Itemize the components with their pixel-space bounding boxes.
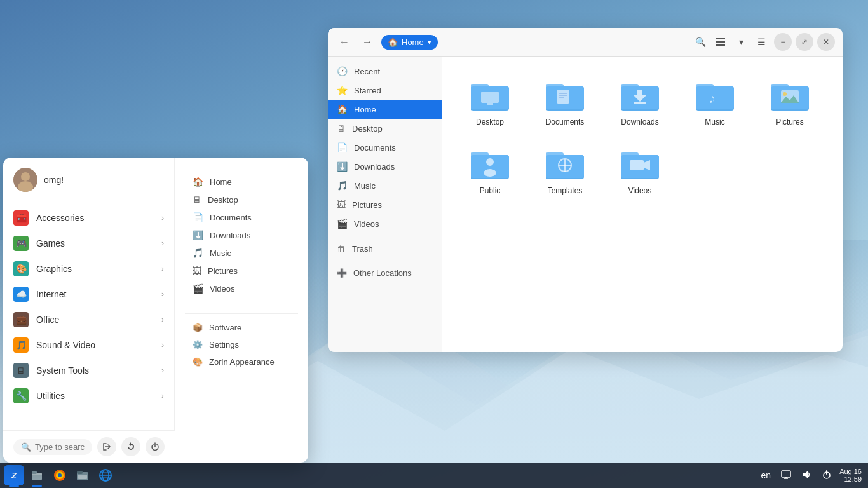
refresh-button[interactable] [121, 437, 140, 456]
place-documents-icon: 📄 [193, 212, 203, 222]
zorin-appearance-icon: 🎨 [193, 357, 203, 367]
system-software[interactable]: 📦 Software [193, 319, 290, 336]
category-graphics[interactable]: 🎨 Graphics › [3, 256, 174, 281]
category-office[interactable]: 💼 Office › [3, 307, 174, 332]
sidebar-item-music[interactable]: 🎵 Music [328, 176, 442, 195]
sidebar-item-pictures[interactable]: 🖼 Pictures [328, 195, 442, 214]
sidebar-label-videos: Videos [354, 219, 379, 229]
place-documents[interactable]: 📄 Documents [185, 208, 298, 226]
location-dropdown-icon: ▾ [428, 38, 431, 46]
games-label: Games [36, 238, 65, 248]
power-button[interactable] [146, 437, 165, 456]
folder-music[interactable]: ♪ Music [680, 69, 750, 133]
folder-desktop[interactable]: Desktop [455, 69, 525, 133]
place-downloads[interactable]: ⬇️ Downloads [185, 226, 298, 244]
lang-indicator[interactable]: en [759, 470, 774, 480]
place-downloads-icon: ⬇️ [193, 230, 203, 240]
logout-button[interactable] [97, 437, 116, 456]
accessories-icon: 🧰 [13, 210, 29, 226]
svg-rect-47 [630, 160, 644, 170]
sidebar-item-home[interactable]: 🏠 Home [328, 100, 442, 119]
place-desktop[interactable]: 🖥 Desktop [185, 191, 298, 208]
sidebar-item-documents[interactable]: 📄 Documents [328, 138, 442, 157]
system-tools-icon: 🖥 [13, 363, 29, 378]
category-sound-video[interactable]: 🎵 Sound & Video › [3, 332, 174, 358]
zorin-menu-button[interactable]: Z [4, 465, 24, 485]
svg-rect-53 [32, 471, 37, 474]
trash-sidebar-icon: 🗑 [337, 243, 346, 254]
sidebar-item-starred[interactable]: ⭐ Starred [328, 81, 442, 100]
location-bar[interactable]: 🏠 Home ▾ [381, 35, 438, 50]
folder-documents[interactable]: Documents [530, 69, 600, 133]
place-pictures[interactable]: 🖼 Pictures [185, 262, 298, 280]
view-list-button[interactable] [712, 33, 729, 51]
svg-rect-9 [481, 92, 499, 103]
videos-sidebar-icon: 🎬 [337, 219, 348, 229]
start-menu-categories: omg! 🧰 Accessories › 🎮 G [3, 158, 175, 463]
back-button[interactable]: ← [336, 33, 353, 51]
volume-icon[interactable] [799, 470, 814, 482]
folder-desktop-icon [468, 76, 512, 114]
place-music[interactable]: 🎵 Music [185, 244, 298, 262]
sidebar-item-downloads[interactable]: ⬇️ Downloads [328, 157, 442, 176]
forward-button[interactable]: → [358, 33, 376, 51]
search-button[interactable]: 🔍 [691, 33, 709, 51]
folder-videos[interactable]: Videos [605, 138, 675, 201]
category-accessories[interactable]: 🧰 Accessories › [3, 205, 174, 231]
user-name-label: omg! [44, 175, 64, 185]
search-input[interactable] [35, 442, 85, 452]
taskbar-firefox-button[interactable] [50, 465, 70, 485]
taskbar-nautilus-button[interactable] [72, 465, 93, 485]
folder-music-label: Music [705, 118, 724, 126]
accessories-chevron: › [161, 214, 164, 222]
home-icon: 🏠 [388, 37, 398, 47]
sidebar-item-recent[interactable]: 🕐 Recent [328, 62, 442, 81]
folder-pictures[interactable]: Pictures [755, 69, 825, 133]
pictures-sidebar-icon: 🖼 [337, 200, 346, 210]
sidebar-item-other-locations[interactable]: ➕ Other Locations [328, 264, 442, 282]
minimize-button[interactable]: − [774, 33, 792, 51]
system-tools-chevron: › [161, 366, 164, 375]
taskbar-files-button[interactable] [27, 465, 47, 485]
folder-templates[interactable]: Templates [530, 138, 600, 201]
screen-icon[interactable] [778, 470, 794, 482]
file-manager-body: 🕐 Recent ⭐ Starred 🏠 Home 🖥 Desktop 📄 Do [328, 57, 843, 352]
place-home[interactable]: 🏠 Home [185, 173, 298, 191]
category-utilities[interactable]: 🔧 Utilities › [3, 383, 174, 409]
starred-icon: ⭐ [337, 85, 348, 95]
svg-rect-65 [782, 471, 790, 477]
more-menu-button[interactable]: ☰ [752, 33, 770, 51]
sidebar-item-trash[interactable]: 🗑 Trash [328, 239, 442, 258]
settings-label: Settings [209, 340, 239, 349]
power-tray-icon[interactable] [819, 470, 834, 482]
folder-public[interactable]: Public [455, 138, 525, 201]
clock[interactable]: Aug 16 12:59 [839, 468, 862, 483]
category-internet[interactable]: ☁️ Internet › [3, 281, 174, 307]
sound-video-label: Sound & Video [36, 340, 95, 350]
close-button[interactable]: ✕ [817, 33, 835, 51]
category-system-tools[interactable]: 🖥 System Tools › [3, 358, 174, 383]
place-videos[interactable]: 🎬 Videos [185, 280, 298, 297]
svg-point-50 [21, 172, 30, 181]
app-categories-list: 🧰 Accessories › 🎮 Games › [3, 200, 174, 414]
places-list: 🏠 Home 🖥 Desktop 📄 Documents ⬇️ Download… [185, 168, 298, 302]
search-wrap: 🔍 [13, 439, 92, 455]
sidebar-item-videos[interactable]: 🎬 Videos [328, 214, 442, 233]
internet-icon: ☁️ [13, 287, 29, 302]
sidebar-item-desktop[interactable]: 🖥 Desktop [328, 119, 442, 138]
system-settings[interactable]: ⚙️ Settings [193, 336, 290, 353]
sound-video-chevron: › [161, 341, 164, 349]
maximize-button[interactable]: ⤢ [796, 33, 813, 51]
folder-downloads[interactable]: Downloads [605, 69, 675, 133]
office-label: Office [36, 315, 59, 325]
category-games[interactable]: 🎮 Games › [3, 231, 174, 256]
utilities-label: Utilities [36, 391, 65, 401]
place-music-icon: 🎵 [193, 248, 203, 258]
taskbar-right: en Aug 16 12:59 [752, 468, 868, 483]
taskbar-browser-button[interactable] [95, 465, 116, 485]
utilities-chevron: › [161, 391, 164, 400]
view-toggle-button[interactable]: ▾ [732, 33, 750, 51]
system-zorin-appearance[interactable]: 🎨 Zorin Appearance [193, 353, 290, 370]
zorin-appearance-label: Zorin Appearance [209, 357, 275, 367]
place-music-label: Music [210, 248, 231, 258]
